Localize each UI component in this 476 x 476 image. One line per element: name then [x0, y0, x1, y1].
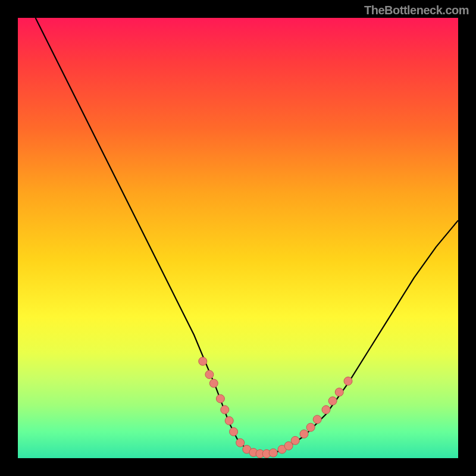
highlight-dot [205, 370, 214, 378]
highlight-dot [344, 377, 352, 386]
highlight-dots [199, 357, 352, 458]
highlight-dot [300, 430, 308, 438]
chart-container: TheBottleneck.com [0, 0, 476, 476]
highlight-dot [236, 439, 245, 447]
attribution-text: TheBottleneck.com [364, 4, 469, 17]
highlight-dot [291, 436, 299, 444]
highlight-dot [209, 379, 218, 387]
highlight-dot [221, 406, 229, 414]
bottleneck-curve [36, 18, 458, 454]
curve-svg [18, 18, 458, 458]
highlight-dot [335, 388, 343, 396]
highlight-dot [216, 394, 224, 403]
highlight-dot [306, 423, 315, 431]
highlight-dot [199, 357, 207, 365]
highlight-dot [269, 449, 277, 457]
highlight-dot [230, 428, 238, 436]
highlight-dot [313, 415, 321, 424]
highlight-dot [322, 406, 330, 414]
plot-area [18, 18, 458, 458]
highlight-dot [328, 397, 337, 405]
highlight-dot [225, 416, 233, 425]
